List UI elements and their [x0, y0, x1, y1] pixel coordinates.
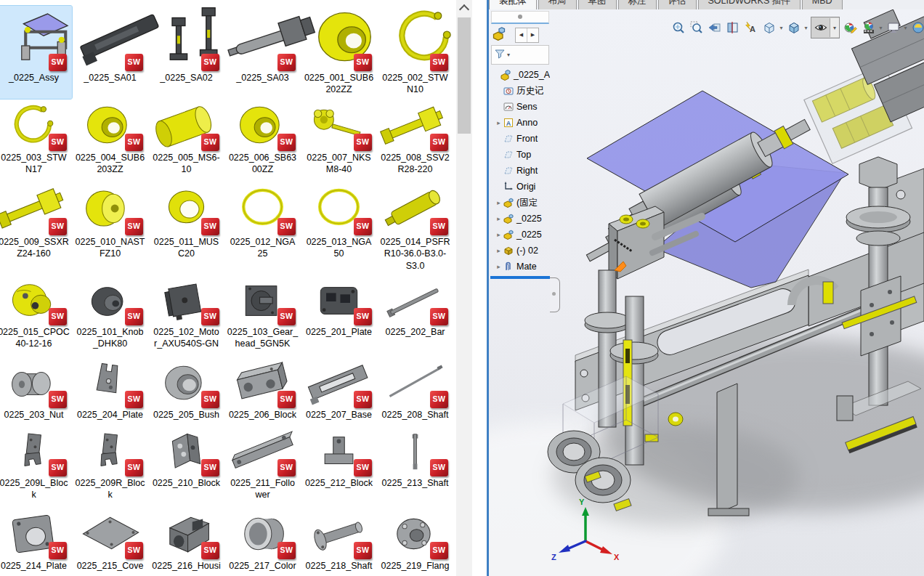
dropdown-caret-icon[interactable]: ▾: [878, 25, 884, 31]
file-item[interactable]: SW0225_204_Plate: [72, 359, 148, 436]
view-orientation-icon[interactable]: [760, 17, 778, 38]
file-panel-scrollbar[interactable]: [456, 0, 472, 576]
file-item[interactable]: SW0225_219_Flang: [377, 510, 453, 576]
file-item[interactable]: SW_0225_SA02: [148, 6, 224, 99]
file-item[interactable]: SW0225_201_Plate: [301, 279, 377, 353]
file-item[interactable]: SW0225_013_NGA 50: [301, 183, 377, 263]
hide-show-items-button[interactable]: ▾: [811, 17, 840, 38]
expand-arrow-icon[interactable]: ▸: [495, 119, 503, 126]
tree-item-Mate[interactable]: ▸Mate: [490, 259, 550, 275]
file-item[interactable]: SW0225_209L_Bloc k: [0, 430, 72, 504]
file-item[interactable]: SW0225_212_Block: [301, 430, 377, 504]
file-item[interactable]: SW_0225_SA03: [224, 6, 301, 99]
tree-item-Anno[interactable]: ▸AAnno: [490, 115, 550, 131]
expand-arrow-icon[interactable]: ▸: [495, 231, 503, 238]
file-item[interactable]: SW_0225_Assy: [0, 6, 72, 99]
zoom-to-fit-icon[interactable]: [669, 17, 687, 38]
ribbon-tab-布局[interactable]: 布局: [538, 0, 577, 9]
file-item[interactable]: SW0225_216_Housi: [148, 510, 224, 576]
file-item[interactable]: SW0225_210_Block: [148, 430, 224, 504]
tree-item-_0225[interactable]: ▸_0225: [490, 211, 550, 227]
file-item[interactable]: SW0225_101_Knob _DHK80: [72, 279, 148, 353]
file-item[interactable]: SW0225_202_Bar: [377, 279, 453, 353]
tree-filter[interactable]: ▾: [491, 45, 549, 65]
tree-item-_0225_As[interactable]: _0225_As: [490, 67, 550, 83]
tree-item-label: Origi: [516, 182, 535, 192]
ribbon-tab-MBD[interactable]: MBD: [802, 0, 843, 9]
tree-item-Right[interactable]: Right: [490, 163, 550, 179]
file-item[interactable]: SW0225_002_STW N10: [377, 6, 453, 99]
tree-item-Sens[interactable]: Sens: [490, 99, 550, 115]
tree-item-历史记[interactable]: 历史记: [490, 83, 550, 99]
file-item[interactable]: SW_0225_SA01: [72, 6, 148, 99]
zoom-to-area-icon[interactable]: [687, 17, 705, 38]
file-item[interactable]: SW0225_208_Shaft: [377, 359, 453, 436]
rollback-bar[interactable]: [490, 276, 550, 279]
file-item[interactable]: SW0225_215_Cove: [72, 510, 148, 576]
file-item[interactable]: SW0225_010_NAST FZ10: [72, 183, 148, 263]
ribbon-tab-评估[interactable]: 评估: [658, 0, 697, 9]
dropdown-caret-icon[interactable]: ▾: [902, 25, 909, 31]
dropdown-caret-icon[interactable]: ▾: [830, 18, 839, 37]
dropdown-caret-icon[interactable]: ▾: [778, 25, 785, 31]
file-item[interactable]: SW0225_213_Shaft: [377, 430, 453, 504]
feature-tree-tab-icon[interactable]: [492, 26, 506, 44]
expand-arrow-icon[interactable]: ▸: [495, 199, 503, 206]
expand-arrow-icon[interactable]: ▸: [495, 215, 503, 222]
tree-item-(固定[interactable]: ▸(固定: [490, 195, 550, 211]
file-item[interactable]: SW0225_001_SUB6 202ZZ: [301, 6, 377, 99]
file-item[interactable]: SW0225_012_NGA 25: [224, 183, 301, 263]
previous-view-icon[interactable]: [705, 17, 724, 38]
panel-forward-arrow-icon[interactable]: ▶: [527, 28, 538, 42]
file-item[interactable]: SW0225_209R_Bloc k: [72, 430, 148, 504]
file-item[interactable]: SW0225_003_STW N17: [0, 102, 72, 179]
file-item[interactable]: SW0225_203_Nut: [0, 359, 72, 436]
section-view-icon[interactable]: [724, 17, 742, 38]
sensors-icon: [503, 101, 514, 113]
file-item[interactable]: SW0225_008_SSV2 R28-220: [377, 102, 453, 179]
scroll-up-arrow-icon[interactable]: [456, 0, 472, 15]
scrollbar-thumb[interactable]: [458, 17, 471, 134]
ribbon-tab-SOLIDWORKS 插件[interactable]: SOLIDWORKS 插件: [698, 0, 801, 9]
tree-item-Front[interactable]: Front: [490, 131, 550, 147]
file-item[interactable]: SW0225_005_MS6- 10: [148, 102, 224, 179]
file-item[interactable]: SW0225_206_Block: [224, 359, 301, 436]
file-item[interactable]: SW0225_102_Moto r_AXU540S-GN: [148, 279, 224, 353]
file-item[interactable]: SW0225_211_Follo wer: [224, 430, 301, 504]
file-item[interactable]: SW0225_004_SUB6 203ZZ: [72, 102, 148, 179]
file-item[interactable]: SW0225_015_CPOC 40-12-16: [0, 279, 72, 353]
file-item[interactable]: SW0225_006_SB63 00ZZ: [224, 102, 301, 179]
panel-splitter-handle[interactable]: [550, 277, 560, 312]
annotation-views-icon[interactable]: A: [742, 17, 760, 38]
expand-arrow-icon[interactable]: ▸: [495, 263, 503, 270]
apply-scene-icon[interactable]: [859, 17, 878, 38]
display-style-icon[interactable]: [785, 17, 803, 38]
panel-collapse-strip[interactable]: [491, 11, 549, 24]
file-item[interactable]: SW0225_207_Base: [301, 359, 377, 436]
file-item[interactable]: SW0225_103_Gear_ head_5GN5K: [224, 279, 301, 353]
panel-back-arrow-icon[interactable]: ◀: [516, 28, 527, 42]
file-item-thumbnail: SW: [377, 183, 453, 234]
file-item[interactable]: SW0225_009_SSXR Z24-160: [0, 183, 72, 263]
view-settings-icon[interactable]: [884, 17, 902, 38]
ribbon-tab-草图[interactable]: 草图: [578, 0, 617, 9]
file-item[interactable]: SW0225_214_Plate: [0, 510, 72, 576]
ribbon-tab-装配体[interactable]: 装配体: [489, 0, 537, 9]
edit-appearance-icon[interactable]: [841, 17, 859, 38]
file-item[interactable]: SW0225_007_NKS M8-40: [301, 102, 377, 179]
expand-arrow-icon[interactable]: ▸: [495, 247, 503, 254]
file-item[interactable]: SW0225_217_Color: [224, 510, 301, 576]
tree-item-(-) 02[interactable]: ▸(-) 02: [490, 243, 550, 259]
tree-item-Origi[interactable]: Origi: [490, 179, 550, 195]
screen: SW_0225_AssySW_0225_SA01SW_0225_SA02SW_0…: [0, 0, 924, 576]
file-item[interactable]: SW0225_218_Shaft: [301, 510, 377, 576]
ribbon-tab-标注[interactable]: 标注: [618, 0, 657, 9]
pan-partial-icon[interactable]: [909, 17, 924, 38]
dropdown-caret-icon[interactable]: ▾: [803, 25, 809, 31]
tree-item-_0225[interactable]: ▸_0225: [490, 227, 550, 243]
file-item[interactable]: SW0225_011_MUS C20: [148, 183, 224, 263]
file-item[interactable]: SW0225_205_Bush: [148, 359, 224, 436]
file-item[interactable]: SW0225_014_PSFR R10-36.0-B3.0- S3.0: [377, 183, 453, 263]
tree-item-Top[interactable]: Top: [490, 147, 550, 163]
graphics-viewport[interactable]: Y X Z A▾▾▾▾▾ ◀ ▶ ▾ _0225_As历史记Sens▸AAnno…: [489, 9, 924, 576]
